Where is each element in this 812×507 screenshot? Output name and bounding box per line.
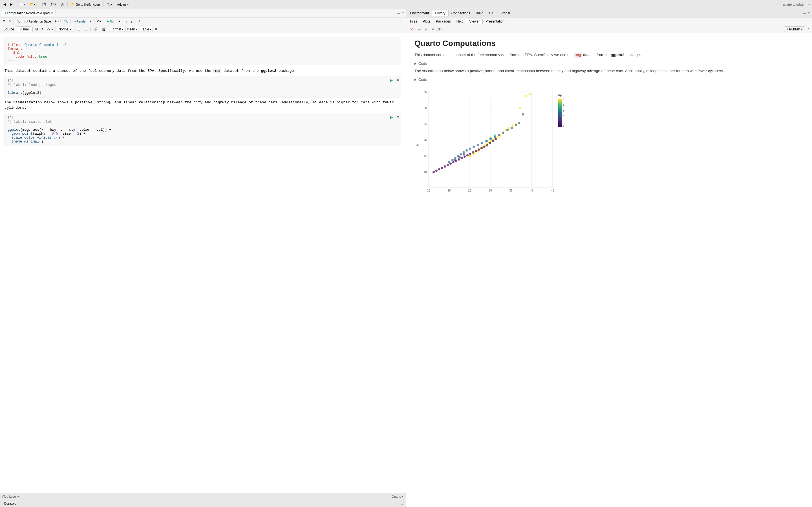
run-icon: ▶ — [107, 19, 109, 23]
insert-dropdown[interactable]: Insert ▾ — [125, 27, 139, 32]
save-all-btn[interactable]: 💾+ — [49, 2, 58, 7]
tab-git[interactable]: Git — [486, 10, 496, 16]
source-tab[interactable]: Source — [1, 27, 16, 32]
minimize-btn[interactable]: — — [396, 11, 401, 16]
more-btn[interactable]: ⋯ — [142, 19, 148, 24]
tab-plots[interactable]: Plots — [420, 19, 433, 24]
settings-btn[interactable]: ⚙▾ — [96, 19, 103, 24]
svg-text:cyl: cyl — [558, 94, 562, 97]
render-dropdown[interactable]: ▾ — [89, 19, 93, 24]
run-btn[interactable]: ▶ Run — [105, 19, 117, 24]
save-btn[interactable]: 💾 — [41, 2, 48, 7]
prose-1-text3: package. — [276, 69, 296, 73]
cb2-geom: geom_point — [11, 132, 33, 136]
tab-help[interactable]: Help — [454, 19, 466, 24]
bold-btn[interactable]: B — [34, 27, 40, 32]
svg-point-65 — [481, 142, 483, 144]
publish-btn[interactable]: ↑ Publish ▾ — [784, 26, 805, 32]
spellcheck-btn[interactable]: ABC — [54, 19, 62, 23]
print-btn[interactable]: 🖨 — [59, 2, 66, 7]
maximize-btn[interactable]: □ — [402, 11, 405, 16]
tab-tutorial[interactable]: Tutorial — [496, 10, 513, 16]
svg-point-66 — [485, 140, 488, 142]
new-file-btn[interactable]: 📄▾ — [18, 2, 27, 7]
code-block-1-run[interactable]: ▶ — [390, 78, 393, 82]
table-dropdown[interactable]: Table ▾ — [140, 27, 153, 32]
more-options-btn[interactable]: ≡ — [153, 27, 159, 32]
svg-point-67 — [490, 138, 492, 140]
tab-connections[interactable]: Connections — [449, 10, 473, 16]
viewer-toolbar: ✕ ◀ ▶ ✏ Edit ↑ Publish ▾ ↺ — [406, 25, 812, 33]
tab-build[interactable]: Build — [473, 10, 486, 16]
run-dropdown[interactable]: ▾ — [117, 19, 122, 24]
svg-point-42 — [497, 136, 499, 138]
console-maximize[interactable]: □ — [400, 501, 403, 506]
code-inline-btn[interactable]: </> — [45, 27, 55, 32]
project-btn[interactable]: 🔧▾ — [105, 2, 114, 7]
link-btn[interactable]: 🔗 — [92, 27, 99, 32]
format-dropdown[interactable]: Format ▾ — [109, 27, 125, 32]
render-on-save-checkbox[interactable] — [24, 20, 28, 22]
tab-viewer[interactable]: Viewer — [466, 18, 483, 24]
viewer-close-btn[interactable]: ✕ — [408, 26, 415, 32]
svg-point-96 — [480, 147, 483, 149]
prose-2: The visualization below shows a positive… — [4, 100, 401, 111]
nav-down-btn[interactable]: ↓ — [130, 19, 134, 24]
tab-history[interactable]: History — [432, 10, 448, 16]
nav-up-btn[interactable]: ↑ — [124, 19, 129, 24]
topbar: ◀ ▶ 📄▾ 📂▾ 💾 💾+ 🖨 📁 Go to file/function 🔧… — [0, 0, 812, 9]
cb2-size: 2 — [77, 132, 80, 136]
back-btn[interactable]: ◀ — [2, 2, 7, 7]
console-tab[interactable]: Console — [2, 501, 18, 506]
code-disclosure-2[interactable]: ▶ Code — [414, 77, 804, 82]
scatter-svg: cty — [414, 86, 572, 199]
tab-environment[interactable]: Environment — [407, 10, 432, 16]
numbering-btn[interactable]: ☰ — [83, 27, 89, 32]
redo-btn[interactable]: ↷ — [7, 19, 12, 24]
code-block-1-paren: (ggplot2) — [22, 91, 42, 95]
editor-tab-close[interactable]: ✕ — [51, 11, 53, 15]
code-block-1-comment: #| label: load-packages — [8, 83, 56, 87]
right-maximize[interactable]: □ — [808, 11, 811, 16]
tab-packages[interactable]: Packages — [433, 19, 454, 24]
addins-dropdown-icon: ▾ — [127, 3, 129, 6]
tab-files[interactable]: Files — [407, 19, 420, 24]
preview-intro-1: This dataset contains a subset of the fu… — [414, 53, 573, 57]
code-block-2-settings[interactable]: ≡ — [397, 115, 399, 119]
svg-point-92 — [469, 153, 471, 155]
normal-dropdown[interactable]: Normal ▾ — [57, 27, 73, 32]
editor-tab-qmd[interactable]: Q computations-code-fold.qmd ✕ — [1, 10, 56, 16]
svg-point-59 — [460, 153, 462, 156]
viewer-edit-btn[interactable]: ✏ Edit — [430, 27, 443, 32]
italic-btn[interactable]: I — [40, 27, 44, 32]
search-btn[interactable]: 🔍 — [63, 19, 69, 24]
goto-file-btn[interactable]: 📁 Go to file/function — [69, 2, 101, 7]
render-btn[interactable]: ➜ Render — [72, 19, 88, 24]
code-block-1-settings[interactable]: ≡ — [397, 78, 399, 82]
cb2-args1: (mpg, aes(x = hwy, y = cty, color = cyl)… — [20, 128, 111, 132]
preview-bold-ggplot2: ggplot2 — [611, 53, 624, 57]
bullets-btn[interactable]: ☰ — [75, 27, 82, 32]
cb2-theme-args: () — [39, 140, 43, 144]
insert-dropdown-icon: ▾ — [136, 27, 138, 31]
refresh-btn[interactable]: ↺ — [136, 19, 142, 24]
console-minimize[interactable]: — — [395, 501, 400, 506]
image-btn[interactable]: 🖼 — [100, 27, 107, 32]
svg-point-85 — [449, 163, 452, 165]
code-disclosure-1[interactable]: ▶ Code — [414, 61, 804, 66]
viewer-refresh-btn[interactable]: ↺ — [806, 27, 810, 32]
addins-btn[interactable]: Addins ▾ — [115, 2, 131, 7]
viewer-forward-btn[interactable]: ▶ — [423, 27, 429, 32]
open-file-btn[interactable]: 📂▾ — [28, 2, 37, 7]
find-btn[interactable]: 🔍 — [15, 19, 22, 24]
disclosure-arrow-2: ▶ — [414, 78, 417, 81]
tab-presentation[interactable]: Presentation — [483, 19, 507, 24]
visual-tab[interactable]: Visual — [17, 26, 31, 32]
code-block-1-header: {r} — [8, 78, 398, 82]
viewer-back-btn[interactable]: ◀ — [416, 27, 422, 32]
forward-btn[interactable]: ▶ — [8, 2, 14, 7]
undo-btn[interactable]: ↶ — [1, 19, 6, 24]
code-block-2-run[interactable]: ▶ — [390, 115, 393, 119]
right-minimize[interactable]: — — [802, 11, 807, 16]
brand-label: quarto-tutorials — ~ — [783, 3, 810, 6]
